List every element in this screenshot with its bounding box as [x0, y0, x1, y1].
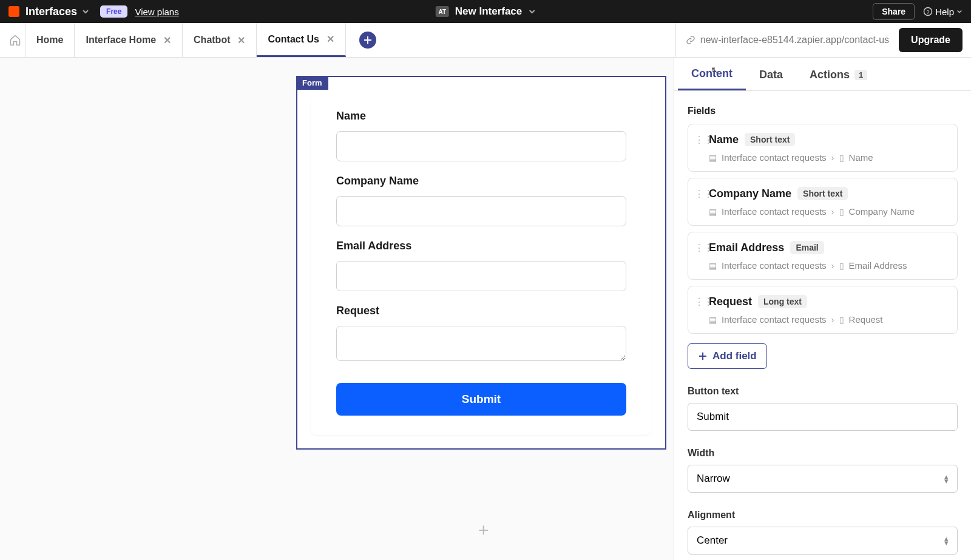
- chevron-right-icon: ›: [831, 260, 834, 271]
- tab-interface-home[interactable]: Interface Home ✕: [75, 23, 183, 57]
- workspace: Form Name Company Name Email Address Req…: [0, 58, 971, 560]
- column-icon: ▯: [839, 153, 844, 163]
- add-field-button[interactable]: Add field: [688, 343, 767, 369]
- field-label-email: Email Address: [336, 240, 626, 252]
- submit-button[interactable]: Submit: [336, 383, 626, 416]
- alignment-label: Alignment: [688, 510, 958, 521]
- field-type-chip: Long text: [758, 295, 807, 308]
- add-field-label: Add field: [712, 350, 757, 362]
- table-icon: ▤: [709, 261, 717, 271]
- column-icon: ▯: [839, 207, 844, 217]
- add-block-button[interactable]: +: [478, 520, 489, 541]
- select-arrows-icon: ▴▾: [944, 474, 949, 483]
- field-card-email[interactable]: ⋮⋮ Email Address Email ▤ Interface conta…: [688, 232, 958, 280]
- svg-text:?: ?: [927, 9, 930, 15]
- source-table: Interface contact requests: [722, 152, 827, 163]
- link-icon: [686, 35, 695, 45]
- tab-chatbot[interactable]: Chatbot ✕: [183, 23, 257, 57]
- plus-icon: [698, 351, 708, 361]
- column-icon: ▯: [839, 315, 844, 325]
- column-icon: ▯: [839, 261, 844, 271]
- panel-tab-data[interactable]: Data: [746, 58, 796, 90]
- page-url-text: new-interface-e85144.zapier.app/contact-…: [700, 35, 889, 46]
- field-title: Email Address: [709, 241, 784, 254]
- chevron-down-icon[interactable]: [528, 8, 535, 15]
- alignment-select[interactable]: Center ▴▾: [688, 527, 958, 555]
- source-column: Email Address: [849, 260, 907, 271]
- field-card-request[interactable]: ⋮⋮ Request Long text ▤ Interface contact…: [688, 286, 958, 334]
- panel-tabs: Content Data Actions 1: [674, 58, 971, 91]
- field-title: Name: [709, 133, 739, 146]
- field-card-company[interactable]: ⋮⋮ Company Name Short text ▤ Interface c…: [688, 178, 958, 226]
- form-badge: Form: [296, 76, 328, 90]
- drag-handle-icon[interactable]: ⋮⋮: [694, 296, 703, 308]
- help-label: Help: [935, 7, 954, 17]
- tab-label: Interface Home: [86, 35, 156, 46]
- field-title: Request: [709, 295, 752, 308]
- table-icon: ▤: [709, 315, 717, 325]
- source-column: Request: [849, 314, 883, 325]
- email-input[interactable]: [336, 261, 626, 291]
- chevron-down-icon[interactable]: [82, 8, 89, 15]
- upgrade-button[interactable]: Upgrade: [899, 28, 963, 52]
- help-link[interactable]: ? Help: [923, 7, 963, 17]
- name-input[interactable]: [336, 131, 626, 161]
- field-type-chip: Email: [790, 241, 824, 254]
- width-select[interactable]: Narrow ▴▾: [688, 465, 958, 493]
- field-title: Company Name: [709, 187, 791, 200]
- tab-label: Contact Us: [268, 34, 319, 45]
- button-text-label: Button text: [688, 386, 958, 397]
- plan-badge: Free: [100, 5, 127, 18]
- document-title[interactable]: New Interface: [455, 5, 523, 18]
- plus-icon: [363, 35, 373, 45]
- chevron-right-icon: ›: [831, 206, 834, 217]
- actions-count-badge: 1: [854, 70, 867, 80]
- table-icon: ▤: [709, 207, 717, 217]
- close-icon[interactable]: ✕: [163, 35, 171, 46]
- drag-handle-icon[interactable]: ⋮⋮: [694, 242, 703, 254]
- field-label-request: Request: [336, 305, 626, 317]
- field-card-name[interactable]: ⋮⋮ Name Short text ▤ Interface contact r…: [688, 124, 958, 172]
- drag-handle-icon[interactable]: ⋮⋮: [694, 188, 703, 200]
- form-block[interactable]: Form Name Company Name Email Address Req…: [296, 76, 666, 450]
- share-button[interactable]: Share: [873, 3, 915, 20]
- home-icon-button[interactable]: [5, 23, 25, 57]
- help-icon: ?: [923, 7, 933, 16]
- header-center: AT New Interface: [436, 5, 536, 18]
- field-type-chip: Short text: [745, 133, 795, 146]
- company-input[interactable]: [336, 196, 626, 226]
- close-icon[interactable]: ✕: [237, 35, 245, 46]
- close-icon[interactable]: ✕: [326, 33, 334, 45]
- request-textarea[interactable]: [336, 326, 626, 361]
- view-plans-link[interactable]: View plans: [135, 7, 178, 17]
- button-text-input[interactable]: [688, 403, 958, 431]
- source-table: Interface contact requests: [722, 260, 827, 271]
- panel-tab-actions-label: Actions: [810, 69, 850, 81]
- alignment-value: Center: [697, 535, 728, 547]
- tab-label: Chatbot: [194, 35, 230, 46]
- drag-handle-icon[interactable]: ⋮⋮: [694, 134, 703, 146]
- brand-label: Interfaces: [25, 5, 77, 18]
- field-source: ▤ Interface contact requests › ▯ Request: [709, 314, 949, 325]
- tab-strip: Home Interface Home ✕ Chatbot ✕ Contact …: [0, 23, 971, 58]
- panel-tab-actions[interactable]: Actions 1: [796, 58, 881, 90]
- field-source: ▤ Interface contact requests › ▯ Company…: [709, 206, 949, 217]
- chevron-right-icon: ›: [831, 152, 834, 163]
- app-header: Interfaces Free View plans AT New Interf…: [0, 0, 971, 23]
- tab-home[interactable]: Home: [25, 23, 75, 57]
- select-arrows-icon: ▴▾: [944, 536, 949, 545]
- canvas[interactable]: Form Name Company Name Email Address Req…: [0, 58, 674, 560]
- zapier-logo-icon: [8, 6, 19, 17]
- field-source: ▤ Interface contact requests › ▯ Name: [709, 152, 949, 163]
- table-icon: ▤: [709, 153, 717, 163]
- side-panel: Content Data Actions 1 Fields ⋮⋮ Name Sh…: [674, 58, 971, 560]
- width-label: Width: [688, 448, 958, 459]
- avatar[interactable]: AT: [436, 6, 449, 17]
- tab-contact-us[interactable]: Contact Us ✕: [257, 23, 345, 57]
- add-tab-button[interactable]: [359, 32, 376, 49]
- panel-tab-content[interactable]: Content: [678, 58, 746, 90]
- page-url[interactable]: new-interface-e85144.zapier.app/contact-…: [675, 23, 889, 57]
- field-label-company: Company Name: [336, 175, 626, 187]
- field-type-chip: Short text: [797, 187, 848, 200]
- panel-body: Fields ⋮⋮ Name Short text ▤ Interface co…: [674, 91, 971, 560]
